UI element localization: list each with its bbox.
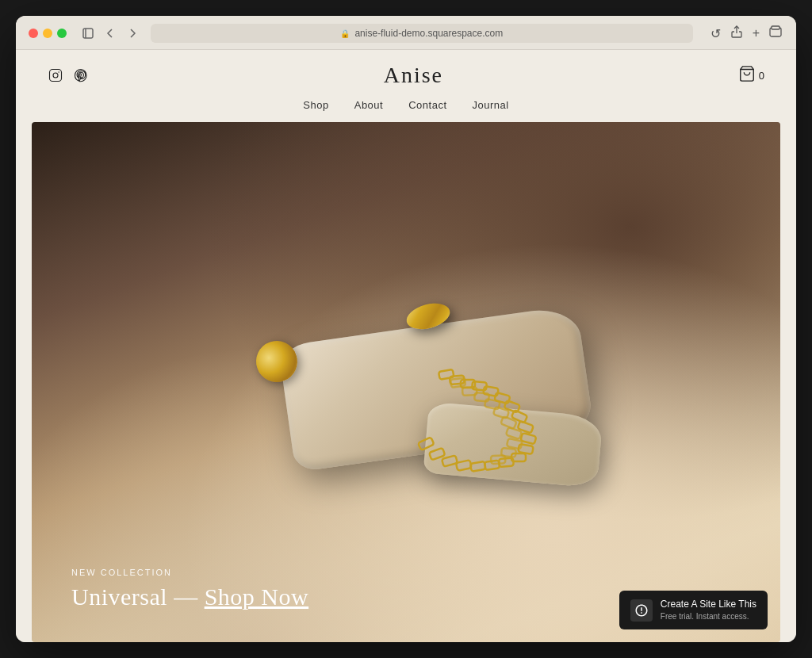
close-button[interactable] [29, 29, 38, 38]
browser-window: 🔒 anise-fluid-demo.squarespace.com ↺ + [16, 16, 796, 642]
headline-prefix: Universal — [71, 583, 205, 610]
pinterest-link[interactable] [73, 67, 89, 83]
svg-rect-22 [470, 461, 485, 472]
svg-rect-3 [772, 26, 779, 29]
address-bar[interactable]: 🔒 anise-fluid-demo.squarespace.com [151, 24, 693, 43]
hero-headline: Universal — Shop Now [71, 583, 308, 610]
tabs-overview-button[interactable] [768, 24, 783, 43]
svg-rect-21 [485, 461, 500, 470]
svg-rect-23 [456, 460, 472, 471]
cart-icon [738, 65, 756, 86]
lock-icon: 🔒 [340, 29, 350, 38]
svg-point-6 [58, 71, 59, 73]
svg-point-5 [53, 73, 58, 78]
cart-count: 0 [759, 70, 764, 82]
minimize-button[interactable] [43, 29, 52, 38]
header-top: Anise 0 [48, 50, 764, 94]
squarespace-logo-icon [630, 599, 653, 622]
squarespace-badge[interactable]: Create A Site Like This Free trial. Inst… [619, 591, 768, 629]
badge-subtitle: Free trial. Instant access. [661, 611, 756, 622]
browser-chrome: 🔒 anise-fluid-demo.squarespace.com ↺ + [16, 16, 796, 50]
nav-contact[interactable]: Contact [408, 99, 446, 111]
browser-nav-controls [79, 26, 141, 40]
social-icons [48, 67, 89, 83]
website-content: Anise 0 Shop About Cont [16, 50, 796, 642]
new-tab-button[interactable]: + [751, 25, 761, 42]
hero-section: NEW COLLECTION Universal — Shop Now Crea… [32, 122, 780, 642]
svg-rect-4 [50, 70, 62, 82]
back-button[interactable] [102, 26, 119, 40]
svg-rect-17 [521, 433, 537, 444]
browser-actions: ↺ + [709, 24, 783, 43]
site-nav: Shop About Contact Journal [48, 94, 764, 122]
share-button[interactable] [729, 24, 745, 43]
hero-scene [32, 122, 780, 642]
squarespace-badge-text: Create A Site Like This Free trial. Inst… [661, 599, 756, 622]
svg-rect-0 [83, 29, 93, 38]
site-header: Anise 0 Shop About Cont [16, 50, 796, 122]
reload-button[interactable]: ↺ [709, 25, 722, 43]
traffic-lights [29, 29, 67, 38]
svg-rect-26 [418, 438, 435, 451]
sidebar-toggle-button[interactable] [79, 26, 97, 40]
instagram-link[interactable] [48, 67, 63, 83]
hero-text-overlay: NEW COLLECTION Universal — Shop Now [71, 568, 308, 610]
badge-title: Create A Site Like This [661, 599, 756, 611]
cart-button[interactable]: 0 [738, 65, 764, 86]
svg-rect-24 [442, 456, 458, 467]
fullscreen-button[interactable] [57, 29, 67, 38]
nav-about[interactable]: About [354, 99, 383, 111]
site-title: Anise [89, 63, 738, 88]
svg-rect-13 [495, 392, 511, 404]
chain-decoration [391, 356, 613, 499]
svg-rect-8 [439, 369, 454, 380]
forward-button[interactable] [124, 26, 141, 40]
url-text: anise-fluid-demo.squarespace.com [354, 28, 503, 39]
nav-journal[interactable]: Journal [473, 99, 509, 111]
shop-now-button[interactable]: Shop Now [205, 583, 309, 610]
nav-shop[interactable]: Shop [303, 99, 328, 111]
collection-label: NEW COLLECTION [71, 568, 308, 577]
